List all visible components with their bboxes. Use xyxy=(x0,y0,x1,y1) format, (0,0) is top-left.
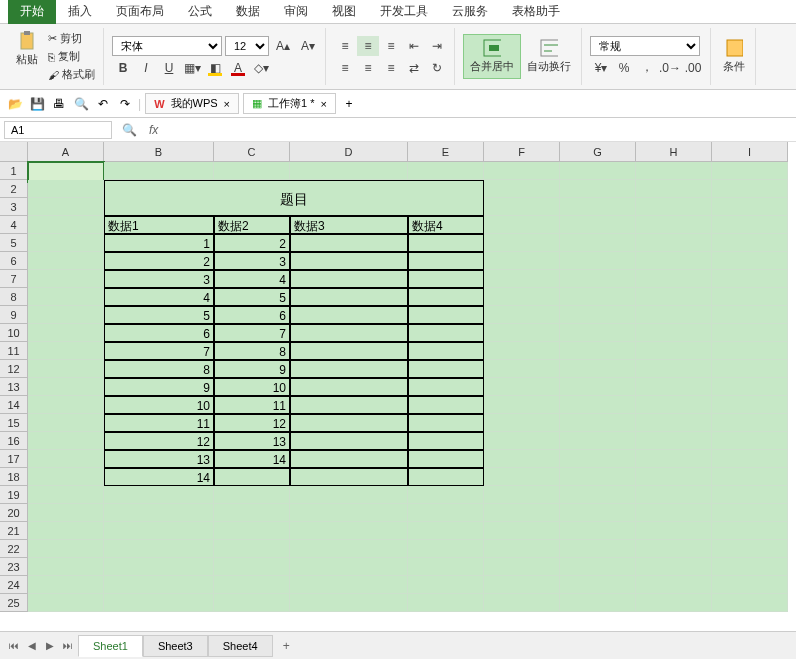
menu-tab-3[interactable]: 公式 xyxy=(176,0,224,24)
cell[interactable] xyxy=(484,486,560,504)
percent-button[interactable]: % xyxy=(613,58,635,78)
clear-format-button[interactable]: ◇▾ xyxy=(250,58,272,78)
cell[interactable] xyxy=(484,378,560,396)
align-left-button[interactable]: ≡ xyxy=(334,58,356,78)
cell[interactable] xyxy=(484,324,560,342)
cell[interactable] xyxy=(28,576,104,594)
cell[interactable] xyxy=(636,450,712,468)
row-header[interactable]: 16 xyxy=(0,432,28,450)
align-top-button[interactable]: ≡ xyxy=(334,36,356,56)
cell[interactable] xyxy=(636,594,712,612)
row-header[interactable]: 10 xyxy=(0,324,28,342)
cell[interactable] xyxy=(104,576,214,594)
table-cell[interactable] xyxy=(408,234,484,252)
cell[interactable] xyxy=(28,324,104,342)
table-cell[interactable] xyxy=(408,378,484,396)
cell[interactable] xyxy=(712,162,788,180)
cell[interactable] xyxy=(484,432,560,450)
cell[interactable] xyxy=(28,216,104,234)
cell[interactable] xyxy=(28,198,104,216)
cell[interactable] xyxy=(484,468,560,486)
cell[interactable] xyxy=(484,270,560,288)
table-cell[interactable] xyxy=(290,342,408,360)
table-cell[interactable]: 13 xyxy=(104,450,214,468)
cell[interactable] xyxy=(484,504,560,522)
table-cell[interactable]: 4 xyxy=(104,288,214,306)
add-tab-icon[interactable]: + xyxy=(340,95,358,113)
row-header[interactable]: 7 xyxy=(0,270,28,288)
cell[interactable] xyxy=(104,540,214,558)
table-header-cell[interactable]: 数据3 xyxy=(290,216,408,234)
table-cell[interactable] xyxy=(290,450,408,468)
menu-tab-8[interactable]: 云服务 xyxy=(440,0,500,24)
table-header-cell[interactable]: 数据4 xyxy=(408,216,484,234)
cell[interactable] xyxy=(560,252,636,270)
cell[interactable] xyxy=(104,162,214,180)
col-header[interactable]: E xyxy=(408,142,484,162)
cell[interactable] xyxy=(712,594,788,612)
wrap-text-button[interactable]: 自动换行 xyxy=(523,37,575,76)
col-header[interactable]: H xyxy=(636,142,712,162)
table-cell[interactable] xyxy=(290,396,408,414)
table-cell[interactable]: 14 xyxy=(214,450,290,468)
cell[interactable] xyxy=(484,198,560,216)
cell[interactable] xyxy=(636,432,712,450)
cell[interactable] xyxy=(290,162,408,180)
cell[interactable] xyxy=(214,522,290,540)
cell[interactable] xyxy=(484,594,560,612)
currency-button[interactable]: ¥▾ xyxy=(590,58,612,78)
cell[interactable] xyxy=(28,468,104,486)
sheet-tab[interactable]: Sheet1 xyxy=(78,635,143,657)
close-icon[interactable]: × xyxy=(224,98,230,110)
cell[interactable] xyxy=(560,180,636,198)
row-header[interactable]: 19 xyxy=(0,486,28,504)
table-cell[interactable]: 2 xyxy=(104,252,214,270)
table-cell[interactable] xyxy=(408,324,484,342)
cell[interactable] xyxy=(28,396,104,414)
cell[interactable] xyxy=(214,594,290,612)
row-header[interactable]: 8 xyxy=(0,288,28,306)
rtl-button[interactable]: ⇄ xyxy=(403,58,425,78)
row-header[interactable]: 6 xyxy=(0,252,28,270)
cell[interactable] xyxy=(484,252,560,270)
cell[interactable] xyxy=(636,468,712,486)
font-size-select[interactable]: 12 xyxy=(225,36,269,56)
cell[interactable] xyxy=(560,324,636,342)
table-cell[interactable] xyxy=(214,468,290,486)
align-right-button[interactable]: ≡ xyxy=(380,58,402,78)
table-cell[interactable] xyxy=(408,432,484,450)
table-cell[interactable]: 12 xyxy=(104,432,214,450)
menu-tab-5[interactable]: 审阅 xyxy=(272,0,320,24)
cell[interactable] xyxy=(104,558,214,576)
col-header[interactable]: I xyxy=(712,142,788,162)
table-cell[interactable] xyxy=(290,324,408,342)
table-cell[interactable] xyxy=(290,360,408,378)
cell[interactable] xyxy=(560,558,636,576)
table-cell[interactable]: 1 xyxy=(104,234,214,252)
table-cell[interactable]: 6 xyxy=(214,306,290,324)
cell[interactable] xyxy=(560,378,636,396)
menu-tab-0[interactable]: 开始 xyxy=(8,0,56,24)
row-header[interactable]: 25 xyxy=(0,594,28,612)
cell[interactable] xyxy=(104,486,214,504)
cell[interactable] xyxy=(28,594,104,612)
last-sheet-icon[interactable]: ⏭ xyxy=(60,638,76,654)
cell[interactable] xyxy=(560,342,636,360)
cell[interactable] xyxy=(408,540,484,558)
table-cell[interactable]: 7 xyxy=(104,342,214,360)
cell[interactable] xyxy=(214,486,290,504)
cell[interactable] xyxy=(560,414,636,432)
table-cell[interactable] xyxy=(290,288,408,306)
cell[interactable] xyxy=(712,216,788,234)
row-header[interactable]: 3 xyxy=(0,198,28,216)
cell[interactable] xyxy=(214,540,290,558)
cell[interactable] xyxy=(28,432,104,450)
table-cell[interactable]: 2 xyxy=(214,234,290,252)
format-painter-button[interactable]: 🖌格式刷 xyxy=(46,66,97,83)
copy-button[interactable]: ⎘复制 xyxy=(46,48,97,65)
cell[interactable] xyxy=(636,288,712,306)
cell[interactable] xyxy=(104,594,214,612)
table-cell[interactable]: 13 xyxy=(214,432,290,450)
cell[interactable] xyxy=(560,540,636,558)
cell[interactable] xyxy=(28,180,104,198)
